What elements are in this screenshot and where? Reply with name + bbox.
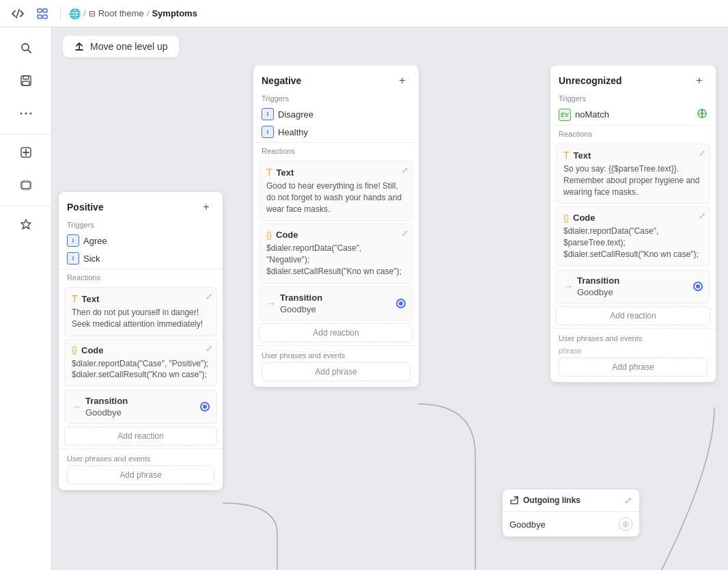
negative-text-body: Good to hear everything is fine! Still, … bbox=[266, 180, 406, 215]
positive-triggers-label: Triggers bbox=[59, 219, 223, 232]
unrecognized-code-header: {} Code bbox=[563, 213, 703, 223]
unrecognized-text-expand[interactable]: ⤢ bbox=[699, 148, 705, 158]
positive-title: Positive bbox=[67, 202, 104, 213]
positive-add-phrase-button[interactable]: Add phrase bbox=[67, 465, 214, 485]
positive-code-reaction: {} Code ⤢ $dialer.reportData("Case", "Po… bbox=[64, 339, 217, 388]
structure-icon[interactable] bbox=[33, 4, 52, 23]
intent-icon-sick: I bbox=[67, 252, 79, 264]
unrecognized-code-body: $dialer.reportData("Case", $parseTree.te… bbox=[563, 226, 703, 260]
trigger-sick[interactable]: I Sick bbox=[59, 249, 223, 267]
negative-transition-destination: Goodbye bbox=[280, 304, 322, 314]
unrecognized-add-button[interactable]: + bbox=[691, 72, 708, 89]
unrecognized-transition-dot[interactable] bbox=[693, 282, 703, 291]
negative-transition-dot[interactable] bbox=[396, 299, 406, 308]
positive-transition-content: Transition Goodbye bbox=[85, 396, 128, 418]
ai-button[interactable] bbox=[11, 209, 41, 239]
unrecognized-transition-label: Transition bbox=[577, 275, 619, 286]
outgoing-links-expand[interactable]: ⤢ bbox=[624, 495, 632, 506]
negative-triggers-label: Triggers bbox=[253, 93, 419, 105]
svg-rect-2 bbox=[43, 9, 47, 12]
positive-code-expand[interactable]: ⤢ bbox=[206, 344, 212, 353]
svg-rect-3 bbox=[38, 15, 42, 18]
unrecognized-card-header: Unrecognized + bbox=[550, 66, 716, 93]
positive-add-button[interactable]: + bbox=[198, 199, 214, 215]
negative-reactions-label: Reactions bbox=[253, 142, 419, 158]
positive-transition-dot-inner bbox=[203, 405, 207, 409]
negative-text-reaction: T Text ⤢ Good to hear everything is fine… bbox=[259, 161, 413, 221]
negative-text-title: Text bbox=[277, 167, 294, 178]
negative-transition: → Transition Goodbye bbox=[259, 286, 413, 321]
unrecognized-add-reaction-button[interactable]: Add reaction bbox=[556, 306, 710, 325]
positive-text-body: Then do not put yourself in danger! Seek… bbox=[72, 307, 210, 330]
svg-point-12 bbox=[29, 113, 31, 115]
svg-rect-4 bbox=[43, 15, 47, 18]
unrecognized-transition-arrow-icon: → bbox=[563, 281, 573, 292]
outgoing-goodbye-icon bbox=[619, 517, 632, 531]
unrecognized-triggers-label: Triggers bbox=[550, 93, 716, 105]
positive-code-header: {} Code bbox=[72, 345, 210, 355]
unrecognized-add-reaction-label: Add reaction bbox=[610, 311, 656, 321]
code-icon[interactable] bbox=[8, 4, 27, 23]
positive-add-reaction-button[interactable]: Add reaction bbox=[64, 426, 217, 446]
outgoing-goodbye-label: Goodbye bbox=[509, 519, 546, 530]
outgoing-links-card: Outgoing links ⤢ Goodbye bbox=[503, 489, 639, 537]
negative-add-phrase-button[interactable]: Add phrase bbox=[262, 362, 410, 381]
trigger-disagree[interactable]: I Disagree bbox=[253, 105, 419, 123]
negative-user-phrases-label: User phrases and events bbox=[262, 351, 410, 359]
negative-card: Negative + Triggers I Disagree I Healthy… bbox=[253, 66, 419, 387]
positive-add-reaction-label: Add reaction bbox=[117, 431, 163, 441]
trigger-healthy-label: Healthy bbox=[278, 127, 308, 137]
add-node-button[interactable] bbox=[11, 137, 41, 167]
positive-transition-destination: Goodbye bbox=[85, 407, 128, 418]
nomatch-global-icon bbox=[697, 108, 708, 121]
positive-add-phrase-label: Add phrase bbox=[120, 470, 161, 480]
more-button[interactable] bbox=[11, 98, 41, 128]
positive-user-phrases-label: User phrases and events bbox=[67, 454, 214, 463]
intent-icon-healthy: I bbox=[262, 126, 274, 138]
outgoing-goodbye-item[interactable]: Goodbye bbox=[503, 512, 639, 537]
unrecognized-text-header: T Text bbox=[563, 150, 703, 161]
unrecognized-code-expand[interactable]: ⤢ bbox=[699, 211, 705, 221]
save-button[interactable] bbox=[11, 66, 41, 96]
unrecognized-add-phrase-button[interactable]: Add phrase bbox=[559, 357, 708, 377]
negative-add-button[interactable]: + bbox=[394, 72, 410, 89]
positive-text-title: Text bbox=[82, 294, 100, 304]
unrecognized-text-title: Text bbox=[574, 150, 591, 161]
positive-user-phrases: User phrases and events Add phrase bbox=[59, 448, 223, 490]
root-theme-label[interactable]: Root theme bbox=[98, 8, 144, 18]
negative-transition-content: Transition Goodbye bbox=[280, 293, 322, 314]
negative-code-expand[interactable]: ⤢ bbox=[402, 228, 408, 238]
negative-transition-label: Transition bbox=[280, 293, 322, 303]
negative-text-expand[interactable]: ⤢ bbox=[402, 165, 408, 175]
trigger-agree[interactable]: I Agree bbox=[59, 232, 223, 249]
unrecognized-text-body: So you say: {{$parseTree.text}}. Remembe… bbox=[563, 163, 703, 198]
toolbar-bottom-section bbox=[0, 209, 51, 245]
left-toolbar bbox=[0, 27, 52, 570]
trigger-nomatch[interactable]: EV noMatch bbox=[550, 105, 716, 124]
positive-card: Positive + Triggers I Agree I Sick React… bbox=[59, 192, 223, 490]
negative-add-reaction-button[interactable]: Add reaction bbox=[259, 323, 413, 342]
svg-point-10 bbox=[20, 113, 22, 115]
positive-text-header: T Text bbox=[72, 293, 210, 304]
move-up-button[interactable]: Move one level up bbox=[63, 36, 179, 57]
unrecognized-transition-dot-inner bbox=[696, 284, 700, 288]
svg-marker-18 bbox=[21, 219, 31, 229]
svg-point-11 bbox=[25, 113, 27, 115]
positive-text-reaction: T Text ⤢ Then do not put yourself in dan… bbox=[64, 287, 217, 336]
negative-title: Negative bbox=[262, 75, 301, 86]
unrecognized-code-title: Code bbox=[573, 213, 596, 223]
divider bbox=[60, 7, 61, 21]
search-button[interactable] bbox=[11, 33, 41, 63]
negative-add-phrase-label: Add phrase bbox=[315, 367, 356, 377]
positive-transition-dot[interactable] bbox=[200, 402, 210, 411]
positive-card-header: Positive + bbox=[59, 192, 223, 219]
outgoing-links-header: Outgoing links ⤢ bbox=[503, 489, 639, 512]
current-page-label: Symptoms bbox=[152, 8, 197, 18]
intent-icon-disagree: I bbox=[262, 108, 274, 120]
positive-text-expand[interactable]: ⤢ bbox=[206, 292, 212, 301]
layers-button[interactable] bbox=[11, 170, 41, 200]
trigger-healthy[interactable]: I Healthy bbox=[253, 123, 419, 141]
svg-line-0 bbox=[16, 10, 19, 18]
root-theme-icon: ⊟ bbox=[89, 9, 96, 18]
trigger-sick-label: Sick bbox=[83, 254, 100, 264]
